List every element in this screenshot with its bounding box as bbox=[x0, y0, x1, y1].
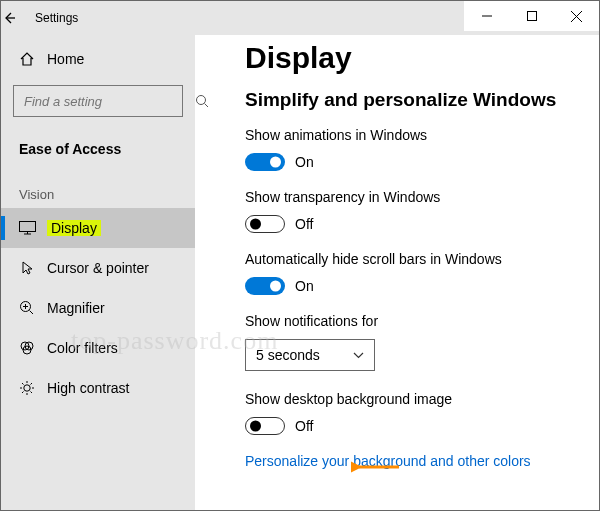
home-icon bbox=[19, 51, 47, 67]
sidebar: Home Ease of Access Vision Display Curso… bbox=[1, 35, 195, 510]
sidebar-item-label: High contrast bbox=[47, 380, 129, 396]
svg-rect-7 bbox=[20, 222, 36, 232]
pointer-icon bbox=[19, 260, 47, 276]
high-contrast-icon bbox=[19, 380, 47, 396]
option-label-animations: Show animations in Windows bbox=[245, 127, 599, 143]
svg-point-17 bbox=[24, 385, 30, 391]
sidebar-item-label: Cursor & pointer bbox=[47, 260, 149, 276]
window-controls bbox=[464, 1, 599, 31]
toggle-background[interactable] bbox=[245, 417, 285, 435]
sidebar-group-title: Ease of Access bbox=[1, 127, 195, 169]
color-filters-icon bbox=[19, 340, 47, 356]
toggle-scrollbars[interactable] bbox=[245, 277, 285, 295]
toggle-state-scrollbars: On bbox=[295, 278, 314, 294]
chevron-down-icon bbox=[353, 352, 364, 359]
selection-indicator bbox=[1, 216, 5, 240]
option-label-background: Show desktop background image bbox=[245, 391, 599, 407]
search-box[interactable] bbox=[13, 85, 183, 117]
svg-line-25 bbox=[31, 383, 33, 385]
personalize-link[interactable]: Personalize your background and other co… bbox=[245, 453, 599, 469]
settings-window: Settings Home Ease of Access Vision Disp… bbox=[0, 0, 600, 511]
back-button[interactable] bbox=[1, 10, 35, 26]
toggle-animations[interactable] bbox=[245, 153, 285, 171]
sidebar-item-display[interactable]: Display bbox=[1, 208, 195, 248]
toggle-transparency[interactable] bbox=[245, 215, 285, 233]
search-input[interactable] bbox=[22, 93, 195, 110]
window-title: Settings bbox=[35, 11, 78, 25]
sidebar-item-label: Display bbox=[47, 220, 101, 236]
sidebar-item-cursor[interactable]: Cursor & pointer bbox=[1, 248, 195, 288]
svg-line-11 bbox=[30, 311, 34, 315]
sidebar-item-color-filters[interactable]: Color filters bbox=[1, 328, 195, 368]
toggle-state-background: Off bbox=[295, 418, 313, 434]
svg-line-22 bbox=[22, 383, 24, 385]
page-title: Display bbox=[245, 41, 599, 75]
sidebar-item-magnifier[interactable]: Magnifier bbox=[1, 288, 195, 328]
sidebar-item-label: Color filters bbox=[47, 340, 118, 356]
maximize-button[interactable] bbox=[509, 1, 554, 31]
notifications-duration-dropdown[interactable]: 5 seconds bbox=[245, 339, 375, 371]
page-subtitle: Simplify and personalize Windows bbox=[245, 89, 599, 111]
toggle-state-transparency: Off bbox=[295, 216, 313, 232]
sidebar-category-vision: Vision bbox=[1, 169, 195, 208]
toggle-state-animations: On bbox=[295, 154, 314, 170]
option-label-notifications: Show notifications for bbox=[245, 313, 599, 329]
dropdown-value: 5 seconds bbox=[256, 347, 320, 363]
svg-rect-1 bbox=[527, 12, 536, 21]
monitor-icon bbox=[19, 221, 47, 235]
svg-line-23 bbox=[31, 392, 33, 394]
sidebar-item-label: Home bbox=[47, 51, 84, 67]
sidebar-item-home[interactable]: Home bbox=[1, 39, 195, 79]
sidebar-item-label: Magnifier bbox=[47, 300, 105, 316]
close-button[interactable] bbox=[554, 1, 599, 31]
option-label-scrollbars: Automatically hide scroll bars in Window… bbox=[245, 251, 599, 267]
option-label-transparency: Show transparency in Windows bbox=[245, 189, 599, 205]
sidebar-item-high-contrast[interactable]: High contrast bbox=[1, 368, 195, 408]
minimize-button[interactable] bbox=[464, 1, 509, 31]
magnifier-icon bbox=[19, 300, 47, 316]
content-pane: Display Simplify and personalize Windows… bbox=[195, 35, 599, 510]
svg-line-24 bbox=[22, 392, 24, 394]
